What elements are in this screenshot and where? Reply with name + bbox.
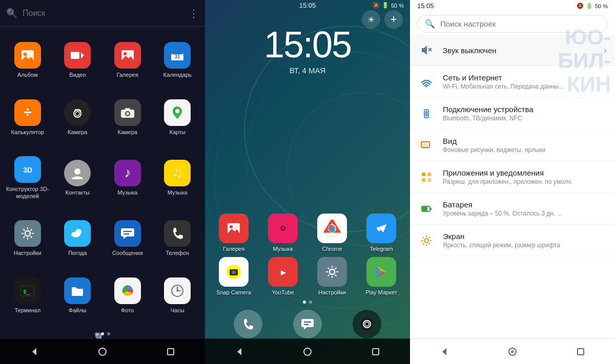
svg-rect-88 <box>373 349 379 355</box>
home-dock-item[interactable] <box>339 310 395 338</box>
home-dock-item[interactable] <box>220 310 276 338</box>
svg-point-24 <box>25 231 30 236</box>
drawer-app-item[interactable]: Видео <box>53 32 103 89</box>
settings-item-subtitle: Фоновые рисунки, виджеты, ярлыки <box>443 146 607 154</box>
svg-point-115 <box>511 350 514 353</box>
drawer-app-item[interactable]: Альбом <box>3 32 53 89</box>
settings-item-title: Вид <box>443 137 607 145</box>
drawer-app-item[interactable]: ÷ Калькулятор <box>3 89 53 146</box>
home-widgets: ☀ + <box>362 10 403 29</box>
drawer-app-item[interactable]: 31 Календарь <box>153 32 203 89</box>
home-home-btn[interactable] <box>297 341 318 362</box>
svg-point-34 <box>71 232 80 238</box>
drawer-app-item[interactable]: Фото <box>102 267 153 324</box>
settings-item-display[interactable]: Вид Фоновые рисунки, виджеты, ярлыки <box>410 130 615 161</box>
settings-item-title: Подключение устройства <box>443 105 607 114</box>
home-status-icons: 🔕 🔋 50 % <box>373 2 404 9</box>
home-back-btn[interactable] <box>229 341 250 362</box>
drawer-app-item[interactable]: ♪ Музыка <box>102 146 153 210</box>
settings-search-input[interactable] <box>440 19 600 28</box>
svg-rect-48 <box>168 349 174 355</box>
settings-network-icon <box>418 74 435 90</box>
settings-item-content: Приложения и уведомления Разреш. для при… <box>443 168 607 185</box>
drawer-app-item[interactable]: Карты <box>153 89 203 146</box>
home-mute-icon: 🔕 <box>373 2 380 9</box>
settings-item-content: Экран Яркость, спящий режим, размер шриф… <box>443 232 607 249</box>
drawer-app-item[interactable]: Контакты <box>53 146 103 210</box>
plus-widget[interactable]: + <box>384 10 403 29</box>
svg-text:♫: ♫ <box>173 165 183 180</box>
svg-rect-103 <box>422 207 427 211</box>
home-app-item[interactable]: Chrome <box>309 213 356 252</box>
settings-item-content: Звук выключен <box>443 46 596 55</box>
drawer-app-item[interactable]: Файлы <box>53 267 103 324</box>
brightness-widget[interactable]: ☀ <box>362 10 380 29</box>
svg-point-50 <box>230 225 233 228</box>
settings-display-icon <box>418 137 435 154</box>
home-app-item[interactable]: YouTube <box>259 257 306 295</box>
home-app-item[interactable]: Настройки <box>309 257 356 295</box>
svg-marker-80 <box>304 327 307 330</box>
settings-item-bluetooth[interactable]: Подключение устройства Bluetooth, ТВ/дин… <box>410 98 615 130</box>
drawer-app-item[interactable]: Сообщения <box>102 210 153 267</box>
settings-mute-icon: 🔕 <box>577 3 584 9</box>
settings-search-icon: 🔍 <box>425 19 435 29</box>
settings-screen-icon <box>418 232 435 249</box>
drawer-home-btn[interactable] <box>92 341 113 362</box>
svg-rect-79 <box>301 319 314 327</box>
settings-item-apps[interactable]: Приложения и уведомления Разреш. для при… <box>410 161 615 193</box>
drawer-app-item[interactable]: Телефон <box>153 210 203 267</box>
settings-recent-btn[interactable] <box>570 341 591 362</box>
settings-item-title: Сеть и Интернет <box>443 73 607 82</box>
home-dock-bar <box>205 310 410 338</box>
home-nav-bar <box>205 338 410 364</box>
drawer-menu-icon[interactable]: ⋮ <box>189 7 199 19</box>
settings-item-network[interactable]: Сеть и Интернет Wi-Fi, Мобильная сеть, П… <box>410 66 615 98</box>
settings-item-sound[interactable]: Звук выключен › <box>410 35 615 66</box>
drawer-app-item[interactable]: Погода <box>53 210 103 267</box>
svg-point-66 <box>330 269 335 274</box>
settings-panel: ЮО- БИЛ- КИН 15:05 🔕 🔋 50 % 🔍 Звук выклю… <box>410 0 615 364</box>
drawer-app-item[interactable]: Камера <box>102 89 153 146</box>
drawer-app-item[interactable]: Настройки <box>3 210 53 267</box>
settings-status-bar: 15:05 🔕 🔋 50 % <box>410 0 615 12</box>
drawer-search-input[interactable] <box>23 9 183 18</box>
settings-item-content: Подключение устройства Bluetooth, ТВ/дин… <box>443 105 607 122</box>
svg-point-14 <box>80 110 81 111</box>
home-recent-btn[interactable] <box>365 341 386 362</box>
home-apps-row1: Галерея Музыка Chrome Telegram <box>210 213 405 252</box>
home-app-item[interactable]: Галерея <box>210 213 257 252</box>
svg-line-73 <box>335 268 337 269</box>
home-app-item[interactable]: Snap Camera <box>210 257 257 295</box>
svg-point-21 <box>74 168 80 175</box>
home-dock-item[interactable] <box>280 310 335 338</box>
svg-line-109 <box>423 237 424 238</box>
drawer-app-item[interactable]: Камера <box>53 89 103 146</box>
svg-point-19 <box>175 109 179 113</box>
settings-search-bar: 🔍 <box>417 15 608 33</box>
home-app-item[interactable]: Музыка <box>259 213 306 252</box>
drawer-app-item[interactable]: ♫ Музыка <box>153 146 203 210</box>
home-app-item[interactable]: Play Маркет <box>358 257 405 295</box>
drawer-app-item[interactable]: Часы <box>153 267 203 324</box>
settings-item-screen[interactable]: Экран Яркость, спящий режим, размер шриф… <box>410 225 615 256</box>
settings-item-battery[interactable]: Батарея Уровень заряда – 50 %. Осталось … <box>410 193 615 225</box>
home-app-item[interactable]: Telegram <box>358 213 405 252</box>
drawer-app-item[interactable]: $_ Терминал <box>3 267 53 324</box>
home-clock-time: 15:05 <box>205 26 410 63</box>
svg-line-71 <box>328 268 330 269</box>
svg-rect-3 <box>71 52 79 59</box>
drawer-search-icon: 🔍 <box>6 8 17 19</box>
settings-home-btn[interactable] <box>502 341 523 362</box>
settings-item-title: Приложения и уведомления <box>443 168 607 177</box>
settings-back-btn[interactable] <box>434 341 455 362</box>
drawer-recent-btn[interactable] <box>160 341 181 362</box>
drawer-app-item[interactable]: Галерея <box>102 32 153 89</box>
settings-sound-icon <box>418 42 435 58</box>
settings-item-subtitle: Разреш. для приложен., приложен. по умол… <box>443 178 607 185</box>
dot-search: 🔍 <box>95 332 98 335</box>
drawer-back-btn[interactable] <box>24 341 45 362</box>
svg-point-47 <box>99 348 106 355</box>
drawer-app-item[interactable]: 3D Конструктор 3D-моделей <box>3 146 53 210</box>
svg-line-32 <box>23 237 25 238</box>
